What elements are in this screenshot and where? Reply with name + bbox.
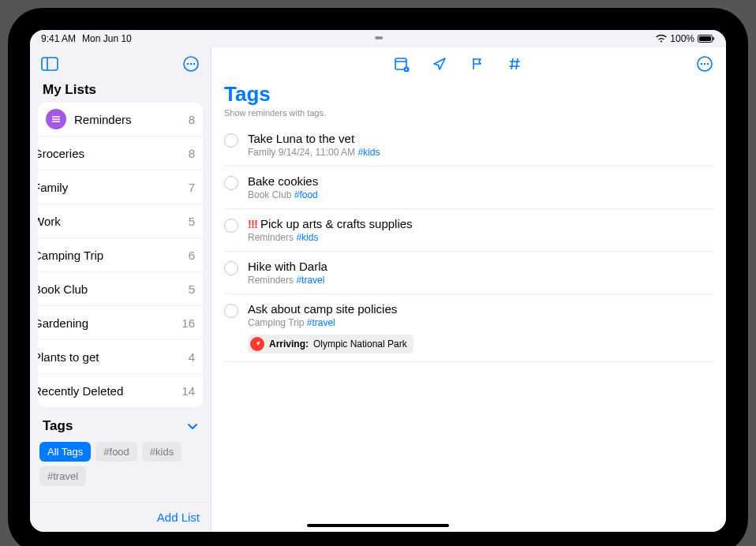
sidebar-list-item[interactable]: Reminders 8 xyxy=(38,103,203,136)
page-subtitle: Show reminders with tags. xyxy=(211,108,726,124)
location-pin-icon xyxy=(250,337,264,351)
reminders-list: Take Luna to the vet Family 9/14/24, 11:… xyxy=(211,124,726,362)
sidebar: My Lists Reminders 8 Groceries 8 Family … xyxy=(30,47,211,532)
svg-rect-1 xyxy=(699,36,711,41)
svg-rect-2 xyxy=(713,37,715,40)
svg-point-7 xyxy=(190,63,192,65)
wifi-icon xyxy=(656,35,667,43)
calendar-icon[interactable]: + xyxy=(391,54,412,74)
location-icon[interactable] xyxy=(429,54,450,74)
list-count: 7 xyxy=(189,181,195,194)
tag-chip[interactable]: #food xyxy=(95,442,137,462)
reminder-title-text: Bake cookies xyxy=(248,174,318,188)
svg-point-25 xyxy=(704,63,705,65)
main-content: + xyxy=(211,47,726,532)
list-name: Work xyxy=(38,215,181,228)
list-count: 5 xyxy=(189,215,195,228)
reminder-tag[interactable]: #kids xyxy=(296,232,318,243)
reminder-tag[interactable]: #kids xyxy=(357,147,380,158)
more-icon[interactable] xyxy=(694,54,715,74)
sidebar-list-item[interactable]: Camping Trip 6 xyxy=(38,237,203,271)
sidebar-list-item[interactable]: Gardening 16 xyxy=(38,305,203,339)
battery-percent: 100% xyxy=(670,33,694,44)
flag-icon[interactable] xyxy=(467,54,488,74)
list-count: 5 xyxy=(189,282,195,296)
reminder-checkbox[interactable] xyxy=(224,304,238,318)
sidebar-list-item[interactable]: Plants to get 4 xyxy=(38,339,203,373)
list-name: Groceries xyxy=(38,147,181,160)
reminder-item[interactable]: Bake cookies Book Club #food xyxy=(224,166,713,208)
tag-chip[interactable]: #kids xyxy=(142,442,182,462)
list-name: Camping Trip xyxy=(38,249,181,262)
reminder-item[interactable]: Take Luna to the vet Family 9/14/24, 11:… xyxy=(224,124,713,166)
sidebar-list-item[interactable]: Book Club 5 xyxy=(38,271,203,305)
priority-indicator: !!! xyxy=(248,217,257,230)
svg-point-26 xyxy=(707,63,709,65)
reminder-item[interactable]: !!! Pick up arts & crafts supplies Remin… xyxy=(224,208,713,251)
list-name: Recently Deleted xyxy=(38,384,174,398)
list-icon xyxy=(46,109,66,129)
list-name: Plants to get xyxy=(38,350,181,364)
reminder-checkbox[interactable] xyxy=(224,176,238,190)
reminder-list-name: Family xyxy=(248,147,275,158)
tags-section-title: Tags xyxy=(43,418,73,434)
more-options-icon[interactable] xyxy=(181,54,201,74)
reminder-item[interactable]: Hike with Darla Reminders #travel xyxy=(224,251,713,294)
page-title: Tags xyxy=(211,76,726,108)
location-label: Arriving: xyxy=(269,338,309,350)
reminder-list-name: Book Club xyxy=(248,189,291,200)
location-name: Olympic National Park xyxy=(313,338,407,350)
sidebar-list-item[interactable]: Work 5 xyxy=(38,204,203,237)
svg-point-24 xyxy=(701,63,702,65)
reminder-list-name: Reminders xyxy=(248,275,294,286)
list-name: Gardening xyxy=(38,316,174,330)
battery-icon xyxy=(698,35,715,43)
home-indicator[interactable] xyxy=(307,524,449,527)
multitask-dots-icon[interactable]: ••• xyxy=(375,32,382,44)
reminder-title-text: Hike with Darla xyxy=(248,260,327,273)
my-lists-title: My Lists xyxy=(38,77,203,103)
lists-group: Reminders 8 Groceries 8 Family 7 Work 5 … xyxy=(38,103,203,407)
svg-point-6 xyxy=(187,63,189,65)
list-count: 16 xyxy=(182,316,195,330)
location-chip[interactable]: Arriving: Olympic National Park xyxy=(248,335,414,353)
tag-chip[interactable]: #travel xyxy=(39,466,86,486)
list-name: Book Club xyxy=(38,282,181,296)
list-count: 14 xyxy=(182,384,195,398)
reminder-title-text: Take Luna to the vet xyxy=(248,132,354,145)
reminder-checkbox[interactable] xyxy=(224,261,238,275)
add-list-button[interactable]: Add List xyxy=(30,502,211,532)
list-name: Reminders xyxy=(74,113,181,126)
reminder-title-text: Pick up arts & crafts supplies xyxy=(260,217,413,230)
tag-chips: All Tags#food#kids#travel xyxy=(38,437,203,491)
svg-rect-3 xyxy=(42,58,58,70)
svg-point-8 xyxy=(193,63,195,65)
svg-text:+: + xyxy=(405,67,407,72)
list-count: 8 xyxy=(189,113,195,126)
list-name: Family xyxy=(38,181,181,194)
reminder-item[interactable]: Ask about camp site policies Camping Tri… xyxy=(224,294,713,362)
sidebar-list-item[interactable]: Recently Deleted 14 xyxy=(38,373,203,407)
chevron-down-icon[interactable] xyxy=(187,419,198,433)
reminder-list-name: Camping Trip xyxy=(248,317,304,328)
hashtag-icon[interactable] xyxy=(505,54,526,74)
reminder-checkbox[interactable] xyxy=(224,133,238,148)
status-date: Mon Jun 10 xyxy=(82,33,132,44)
reminder-tag[interactable]: #travel xyxy=(296,275,324,286)
list-count: 4 xyxy=(189,350,195,364)
status-bar: 9:41 AM Mon Jun 10 ••• 100% xyxy=(30,30,726,47)
reminder-datetime: 9/14/24, 11:00 AM xyxy=(279,147,355,158)
reminder-tag[interactable]: #travel xyxy=(307,317,335,328)
sidebar-list-item[interactable]: Family 7 xyxy=(38,170,203,204)
reminder-tag[interactable]: #food xyxy=(294,189,318,200)
reminder-title-text: Ask about camp site policies xyxy=(248,302,397,316)
reminder-checkbox[interactable] xyxy=(224,219,238,233)
tag-chip[interactable]: All Tags xyxy=(39,442,91,462)
status-time: 9:41 AM xyxy=(41,33,76,44)
sidebar-list-item[interactable]: Groceries 8 xyxy=(38,136,203,170)
reminder-list-name: Reminders xyxy=(248,232,294,243)
sidebar-toggle-icon[interactable] xyxy=(39,54,60,74)
list-count: 6 xyxy=(189,249,195,262)
list-count: 8 xyxy=(189,147,195,160)
